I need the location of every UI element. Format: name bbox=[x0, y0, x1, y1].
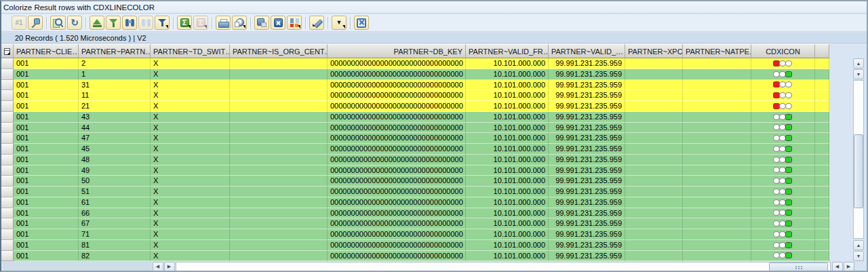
cell-db_key[interactable]: 00000000000000000000000000000000 bbox=[328, 240, 466, 251]
column-header-valid_fr[interactable]: PARTNER~VALID_FR… bbox=[466, 44, 549, 58]
cell-is_org[interactable] bbox=[230, 176, 328, 187]
cell-partn[interactable]: 50 bbox=[79, 176, 151, 187]
cell-valid_fr[interactable]: 10.101.000.000 bbox=[466, 251, 549, 262]
cell-valid_to[interactable]: 99.991.231.235.959 bbox=[549, 133, 625, 144]
column-header-db_key[interactable]: PARTNER~DB_KEY bbox=[328, 44, 466, 58]
subtotal-button[interactable]: Σ bbox=[193, 16, 208, 30]
table-row[interactable]: 0012X0000000000000000000000000000000010.… bbox=[1, 58, 829, 69]
cell-cdxicon[interactable] bbox=[751, 155, 815, 166]
cell-extra[interactable] bbox=[815, 144, 829, 155]
cell-partn[interactable]: 51 bbox=[79, 187, 151, 197]
cell-valid_to[interactable]: 99.991.231.235.959 bbox=[549, 218, 625, 229]
column-header-sel[interactable] bbox=[1, 44, 14, 58]
cell-extra[interactable] bbox=[815, 133, 829, 144]
cell-is_org[interactable] bbox=[230, 80, 328, 91]
cell-cdxicon[interactable] bbox=[751, 229, 815, 240]
cell-partn[interactable]: 2 bbox=[79, 58, 151, 69]
cell-natpe[interactable] bbox=[683, 251, 751, 262]
row-selector[interactable] bbox=[1, 90, 14, 101]
scroll-up-button[interactable]: ▲ bbox=[853, 240, 864, 250]
refresh-button[interactable]: ↻ bbox=[67, 16, 82, 30]
more-button[interactable]: ▼ bbox=[332, 16, 347, 30]
table-row[interactable]: 00167X0000000000000000000000000000000010… bbox=[1, 218, 829, 229]
row-selector[interactable] bbox=[1, 112, 14, 123]
cell-valid_to[interactable]: 99.991.231.235.959 bbox=[549, 240, 625, 251]
cell-is_org[interactable] bbox=[230, 101, 328, 112]
cell-natpe[interactable] bbox=[683, 90, 751, 101]
cell-extra[interactable] bbox=[815, 123, 829, 134]
cell-td_switch[interactable]: X bbox=[151, 240, 230, 251]
cell-natpe[interactable] bbox=[683, 69, 751, 80]
cell-valid_fr[interactable]: 10.101.000.000 bbox=[466, 218, 549, 229]
column-header-td_switch[interactable]: PARTNER~TD_SWIT… bbox=[151, 44, 230, 58]
cell-td_switch[interactable]: X bbox=[151, 58, 230, 69]
cell-db_key[interactable]: 00000000000000000000000000000000 bbox=[328, 123, 466, 134]
row-selector[interactable] bbox=[1, 218, 14, 229]
column-header-valid_to[interactable]: PARTNER~VALID_… bbox=[549, 44, 625, 58]
cell-clie[interactable]: 001 bbox=[14, 80, 79, 91]
cell-valid_to[interactable]: 99.991.231.235.959 bbox=[549, 144, 625, 155]
details-button[interactable] bbox=[50, 16, 66, 30]
cell-partn[interactable]: 48 bbox=[79, 155, 151, 166]
table-row[interactable]: 00161X0000000000000000000000000000000010… bbox=[1, 197, 829, 208]
cell-partn[interactable]: 81 bbox=[79, 240, 151, 251]
cell-cdxicon[interactable] bbox=[751, 251, 815, 262]
row-selector[interactable] bbox=[1, 208, 14, 219]
cell-partn[interactable]: 21 bbox=[79, 101, 151, 112]
cell-partn[interactable]: 82 bbox=[79, 251, 151, 262]
cell-valid_to[interactable]: 99.991.231.235.959 bbox=[549, 229, 625, 240]
cell-valid_fr[interactable]: 10.101.000.000 bbox=[466, 112, 549, 123]
cell-clie[interactable]: 001 bbox=[14, 251, 79, 262]
fullscreen-button[interactable] bbox=[271, 16, 285, 30]
cell-natpe[interactable] bbox=[683, 155, 751, 166]
filter-button[interactable] bbox=[155, 16, 170, 30]
cell-xpc[interactable] bbox=[625, 229, 683, 240]
cell-valid_fr[interactable]: 10.101.000.000 bbox=[466, 155, 549, 166]
cell-clie[interactable]: 001 bbox=[14, 112, 79, 123]
cell-valid_fr[interactable]: 10.101.000.000 bbox=[466, 240, 549, 251]
cell-td_switch[interactable]: X bbox=[151, 197, 230, 208]
cell-is_org[interactable] bbox=[230, 155, 328, 166]
cell-td_switch[interactable]: X bbox=[151, 218, 230, 229]
cell-xpc[interactable] bbox=[625, 123, 683, 134]
row-selector[interactable] bbox=[1, 187, 14, 197]
row-selector[interactable] bbox=[1, 251, 14, 262]
column-header-extra[interactable] bbox=[815, 44, 829, 58]
cell-td_switch[interactable]: X bbox=[151, 101, 230, 112]
cell-is_org[interactable] bbox=[230, 90, 328, 101]
cell-xpc[interactable] bbox=[625, 58, 683, 69]
cell-clie[interactable]: 001 bbox=[14, 69, 79, 80]
cell-natpe[interactable] bbox=[683, 218, 751, 229]
cell-extra[interactable] bbox=[815, 166, 829, 176]
row-selector[interactable] bbox=[1, 155, 14, 166]
cell-xpc[interactable] bbox=[625, 155, 683, 166]
cell-td_switch[interactable]: X bbox=[151, 69, 230, 80]
column-header-cdxicon[interactable]: CDXICON bbox=[751, 44, 815, 58]
views-button[interactable] bbox=[232, 16, 247, 30]
cell-db_key[interactable]: 00000000000000000000000000000000 bbox=[328, 112, 466, 123]
cell-natpe[interactable] bbox=[683, 101, 751, 112]
cell-natpe[interactable] bbox=[683, 112, 751, 123]
cell-is_org[interactable] bbox=[230, 218, 328, 229]
cell-clie[interactable]: 001 bbox=[14, 208, 79, 219]
cell-xpc[interactable] bbox=[625, 197, 683, 208]
close-grid-button[interactable] bbox=[354, 16, 369, 30]
cell-natpe[interactable] bbox=[683, 144, 751, 155]
cell-valid_to[interactable]: 99.991.231.235.959 bbox=[549, 123, 625, 134]
scroll-left-button[interactable]: ◀ bbox=[153, 262, 163, 272]
cell-cdxicon[interactable] bbox=[751, 218, 815, 229]
cell-valid_fr[interactable]: 10.101.000.000 bbox=[466, 208, 549, 219]
table-row[interactable]: 00182X0000000000000000000000000000000010… bbox=[1, 251, 829, 262]
cell-db_key[interactable]: 00000000000000000000000000000000 bbox=[328, 218, 466, 229]
cell-db_key[interactable]: 00000000000000000000000000000000 bbox=[328, 90, 466, 101]
cell-is_org[interactable] bbox=[230, 208, 328, 219]
cell-extra[interactable] bbox=[815, 112, 829, 123]
cell-valid_fr[interactable]: 10.101.000.000 bbox=[466, 123, 549, 134]
cell-clie[interactable]: 001 bbox=[14, 58, 79, 69]
cell-extra[interactable] bbox=[815, 187, 829, 197]
horizontal-scroll-track[interactable] bbox=[176, 262, 831, 272]
cell-natpe[interactable] bbox=[683, 166, 751, 176]
cell-partn[interactable]: 44 bbox=[79, 123, 151, 134]
table-row[interactable]: 00181X0000000000000000000000000000000010… bbox=[1, 240, 829, 251]
cell-extra[interactable] bbox=[815, 69, 829, 80]
